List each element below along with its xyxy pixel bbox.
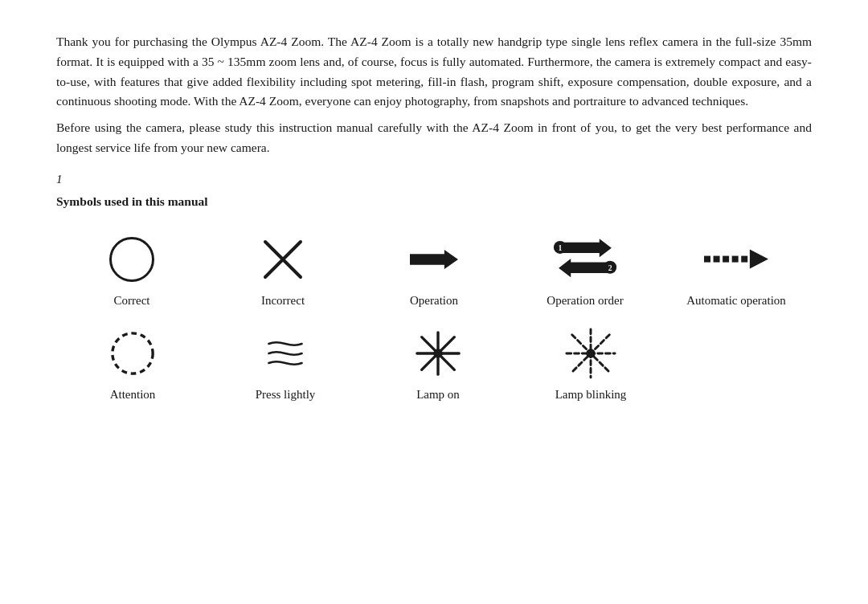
symbol-incorrect: Incorrect (207, 231, 358, 325)
symbol-correct: Correct (56, 231, 207, 325)
correct-icon (100, 231, 164, 288)
operation-order-label: Operation order (547, 294, 623, 308)
svg-marker-3 (560, 239, 612, 257)
svg-rect-13 (741, 255, 747, 262)
auto-operation-label: Automatic operation (686, 294, 786, 308)
operation-label: Operation (410, 294, 458, 308)
auto-operation-icon (704, 231, 768, 288)
lamp-on-label: Lamp on (416, 388, 460, 402)
svg-rect-9 (704, 255, 710, 262)
intro-paragraph-1: Thank you for purchasing the Olympus AZ-… (56, 32, 812, 112)
lamp-blinking-label: Lamp blinking (555, 388, 627, 402)
svg-text:2: 2 (608, 263, 612, 272)
symbols-row-1: Correct Incorrect Ope (56, 231, 812, 325)
press-lightly-icon (253, 325, 317, 382)
symbols-grid: Correct Incorrect Ope (56, 231, 812, 419)
operation-icon (402, 231, 466, 288)
svg-point-20 (433, 349, 443, 358)
press-lightly-label: Press lightly (256, 388, 316, 402)
svg-point-25 (586, 349, 596, 358)
svg-text:1: 1 (558, 243, 562, 252)
symbols-section-title: Symbols used in this manual (56, 194, 812, 209)
operation-order-icon: 1 2 (553, 231, 617, 288)
intro-paragraph-2: Before using the camera, please study th… (56, 118, 812, 158)
symbol-attention: Attention (56, 325, 209, 419)
svg-rect-12 (732, 255, 739, 262)
svg-point-15 (113, 333, 153, 373)
lamp-blinking-icon (559, 325, 623, 382)
correct-label: Correct (114, 294, 150, 308)
symbol-lamp-blinking: Lamp blinking (514, 325, 667, 419)
symbol-operation-order: 1 2 Operation order (510, 231, 661, 325)
svg-marker-6 (559, 259, 610, 277)
symbol-press-lightly: Press lightly (209, 325, 362, 419)
attention-icon (100, 325, 165, 382)
incorrect-label: Incorrect (261, 294, 305, 308)
svg-marker-14 (750, 249, 768, 268)
symbols-row-2: Attention Press lightly (56, 325, 812, 419)
page-number: 1 (56, 173, 812, 186)
incorrect-icon (251, 231, 315, 288)
svg-rect-10 (714, 255, 720, 262)
page-container: Thank you for purchasing the Olympus AZ-… (0, 0, 868, 604)
lamp-on-icon (406, 325, 470, 382)
attention-label: Attention (110, 388, 156, 402)
symbol-operation: Operation (358, 231, 510, 325)
symbol-lamp-on: Lamp on (362, 325, 514, 419)
svg-rect-11 (723, 255, 729, 262)
symbol-auto-operation: Automatic operation (661, 231, 812, 325)
svg-marker-2 (410, 250, 458, 269)
